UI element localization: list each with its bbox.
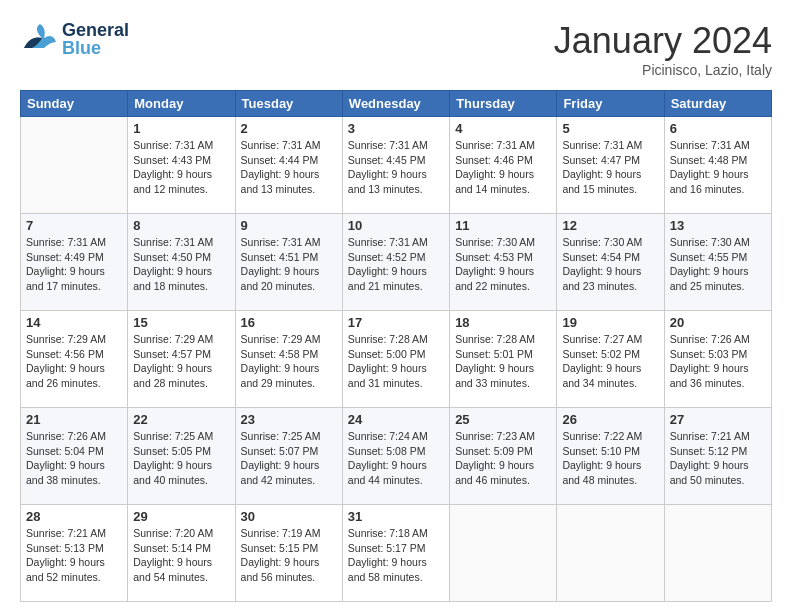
day-number: 18 bbox=[455, 315, 551, 330]
day-info: Sunrise: 7:30 AM Sunset: 4:53 PM Dayligh… bbox=[455, 235, 551, 294]
day-number: 4 bbox=[455, 121, 551, 136]
table-row: 23Sunrise: 7:25 AM Sunset: 5:07 PM Dayli… bbox=[235, 408, 342, 505]
table-row: 2Sunrise: 7:31 AM Sunset: 4:44 PM Daylig… bbox=[235, 117, 342, 214]
day-info: Sunrise: 7:23 AM Sunset: 5:09 PM Dayligh… bbox=[455, 429, 551, 488]
day-number: 15 bbox=[133, 315, 229, 330]
table-row: 17Sunrise: 7:28 AM Sunset: 5:00 PM Dayli… bbox=[342, 311, 449, 408]
day-info: Sunrise: 7:28 AM Sunset: 5:01 PM Dayligh… bbox=[455, 332, 551, 391]
day-info: Sunrise: 7:29 AM Sunset: 4:57 PM Dayligh… bbox=[133, 332, 229, 391]
day-info: Sunrise: 7:21 AM Sunset: 5:13 PM Dayligh… bbox=[26, 526, 122, 585]
day-info: Sunrise: 7:31 AM Sunset: 4:47 PM Dayligh… bbox=[562, 138, 658, 197]
day-number: 24 bbox=[348, 412, 444, 427]
day-number: 26 bbox=[562, 412, 658, 427]
table-row: 28Sunrise: 7:21 AM Sunset: 5:13 PM Dayli… bbox=[21, 505, 128, 602]
day-number: 7 bbox=[26, 218, 122, 233]
day-number: 31 bbox=[348, 509, 444, 524]
header: General Blue January 2024 Picinisco, Laz… bbox=[20, 20, 772, 78]
day-info: Sunrise: 7:18 AM Sunset: 5:17 PM Dayligh… bbox=[348, 526, 444, 585]
day-number: 30 bbox=[241, 509, 337, 524]
day-info: Sunrise: 7:31 AM Sunset: 4:44 PM Dayligh… bbox=[241, 138, 337, 197]
table-row bbox=[450, 505, 557, 602]
day-info: Sunrise: 7:26 AM Sunset: 5:03 PM Dayligh… bbox=[670, 332, 766, 391]
table-row: 5Sunrise: 7:31 AM Sunset: 4:47 PM Daylig… bbox=[557, 117, 664, 214]
table-row: 24Sunrise: 7:24 AM Sunset: 5:08 PM Dayli… bbox=[342, 408, 449, 505]
table-row bbox=[21, 117, 128, 214]
day-number: 14 bbox=[26, 315, 122, 330]
day-number: 23 bbox=[241, 412, 337, 427]
header-row: Sunday Monday Tuesday Wednesday Thursday… bbox=[21, 91, 772, 117]
day-number: 6 bbox=[670, 121, 766, 136]
table-row: 19Sunrise: 7:27 AM Sunset: 5:02 PM Dayli… bbox=[557, 311, 664, 408]
day-info: Sunrise: 7:25 AM Sunset: 5:07 PM Dayligh… bbox=[241, 429, 337, 488]
day-info: Sunrise: 7:22 AM Sunset: 5:10 PM Dayligh… bbox=[562, 429, 658, 488]
table-row: 6Sunrise: 7:31 AM Sunset: 4:48 PM Daylig… bbox=[664, 117, 771, 214]
col-sunday: Sunday bbox=[21, 91, 128, 117]
day-info: Sunrise: 7:31 AM Sunset: 4:45 PM Dayligh… bbox=[348, 138, 444, 197]
day-info: Sunrise: 7:21 AM Sunset: 5:12 PM Dayligh… bbox=[670, 429, 766, 488]
week-row-2: 14Sunrise: 7:29 AM Sunset: 4:56 PM Dayli… bbox=[21, 311, 772, 408]
day-number: 16 bbox=[241, 315, 337, 330]
table-row: 11Sunrise: 7:30 AM Sunset: 4:53 PM Dayli… bbox=[450, 214, 557, 311]
table-row: 3Sunrise: 7:31 AM Sunset: 4:45 PM Daylig… bbox=[342, 117, 449, 214]
day-number: 2 bbox=[241, 121, 337, 136]
table-row: 14Sunrise: 7:29 AM Sunset: 4:56 PM Dayli… bbox=[21, 311, 128, 408]
day-number: 5 bbox=[562, 121, 658, 136]
table-row: 4Sunrise: 7:31 AM Sunset: 4:46 PM Daylig… bbox=[450, 117, 557, 214]
page: General Blue January 2024 Picinisco, Laz… bbox=[0, 0, 792, 612]
table-row: 8Sunrise: 7:31 AM Sunset: 4:50 PM Daylig… bbox=[128, 214, 235, 311]
week-row-3: 21Sunrise: 7:26 AM Sunset: 5:04 PM Dayli… bbox=[21, 408, 772, 505]
day-info: Sunrise: 7:31 AM Sunset: 4:46 PM Dayligh… bbox=[455, 138, 551, 197]
table-row bbox=[557, 505, 664, 602]
day-number: 22 bbox=[133, 412, 229, 427]
day-number: 10 bbox=[348, 218, 444, 233]
day-info: Sunrise: 7:20 AM Sunset: 5:14 PM Dayligh… bbox=[133, 526, 229, 585]
table-row: 29Sunrise: 7:20 AM Sunset: 5:14 PM Dayli… bbox=[128, 505, 235, 602]
day-info: Sunrise: 7:25 AM Sunset: 5:05 PM Dayligh… bbox=[133, 429, 229, 488]
day-number: 1 bbox=[133, 121, 229, 136]
table-row: 26Sunrise: 7:22 AM Sunset: 5:10 PM Dayli… bbox=[557, 408, 664, 505]
day-number: 21 bbox=[26, 412, 122, 427]
week-row-1: 7Sunrise: 7:31 AM Sunset: 4:49 PM Daylig… bbox=[21, 214, 772, 311]
day-number: 17 bbox=[348, 315, 444, 330]
table-row: 15Sunrise: 7:29 AM Sunset: 4:57 PM Dayli… bbox=[128, 311, 235, 408]
table-row: 31Sunrise: 7:18 AM Sunset: 5:17 PM Dayli… bbox=[342, 505, 449, 602]
day-info: Sunrise: 7:31 AM Sunset: 4:50 PM Dayligh… bbox=[133, 235, 229, 294]
day-info: Sunrise: 7:30 AM Sunset: 4:55 PM Dayligh… bbox=[670, 235, 766, 294]
table-row: 25Sunrise: 7:23 AM Sunset: 5:09 PM Dayli… bbox=[450, 408, 557, 505]
day-info: Sunrise: 7:19 AM Sunset: 5:15 PM Dayligh… bbox=[241, 526, 337, 585]
day-number: 12 bbox=[562, 218, 658, 233]
month-title: January 2024 bbox=[554, 20, 772, 62]
logo-blue-text: Blue bbox=[62, 39, 129, 57]
day-number: 8 bbox=[133, 218, 229, 233]
day-info: Sunrise: 7:24 AM Sunset: 5:08 PM Dayligh… bbox=[348, 429, 444, 488]
location: Picinisco, Lazio, Italy bbox=[554, 62, 772, 78]
table-row: 22Sunrise: 7:25 AM Sunset: 5:05 PM Dayli… bbox=[128, 408, 235, 505]
day-number: 9 bbox=[241, 218, 337, 233]
logo: General Blue bbox=[20, 20, 129, 58]
table-row bbox=[664, 505, 771, 602]
day-number: 28 bbox=[26, 509, 122, 524]
day-info: Sunrise: 7:31 AM Sunset: 4:48 PM Dayligh… bbox=[670, 138, 766, 197]
table-row: 13Sunrise: 7:30 AM Sunset: 4:55 PM Dayli… bbox=[664, 214, 771, 311]
day-info: Sunrise: 7:31 AM Sunset: 4:52 PM Dayligh… bbox=[348, 235, 444, 294]
table-row: 27Sunrise: 7:21 AM Sunset: 5:12 PM Dayli… bbox=[664, 408, 771, 505]
col-wednesday: Wednesday bbox=[342, 91, 449, 117]
day-number: 19 bbox=[562, 315, 658, 330]
week-row-0: 1Sunrise: 7:31 AM Sunset: 4:43 PM Daylig… bbox=[21, 117, 772, 214]
day-info: Sunrise: 7:31 AM Sunset: 4:43 PM Dayligh… bbox=[133, 138, 229, 197]
table-row: 30Sunrise: 7:19 AM Sunset: 5:15 PM Dayli… bbox=[235, 505, 342, 602]
table-row: 20Sunrise: 7:26 AM Sunset: 5:03 PM Dayli… bbox=[664, 311, 771, 408]
col-monday: Monday bbox=[128, 91, 235, 117]
day-info: Sunrise: 7:29 AM Sunset: 4:58 PM Dayligh… bbox=[241, 332, 337, 391]
day-info: Sunrise: 7:31 AM Sunset: 4:49 PM Dayligh… bbox=[26, 235, 122, 294]
day-number: 27 bbox=[670, 412, 766, 427]
day-info: Sunrise: 7:26 AM Sunset: 5:04 PM Dayligh… bbox=[26, 429, 122, 488]
col-saturday: Saturday bbox=[664, 91, 771, 117]
day-info: Sunrise: 7:31 AM Sunset: 4:51 PM Dayligh… bbox=[241, 235, 337, 294]
day-number: 20 bbox=[670, 315, 766, 330]
logo-general-text: General bbox=[62, 21, 129, 39]
day-number: 13 bbox=[670, 218, 766, 233]
day-number: 11 bbox=[455, 218, 551, 233]
week-row-4: 28Sunrise: 7:21 AM Sunset: 5:13 PM Dayli… bbox=[21, 505, 772, 602]
table-row: 10Sunrise: 7:31 AM Sunset: 4:52 PM Dayli… bbox=[342, 214, 449, 311]
